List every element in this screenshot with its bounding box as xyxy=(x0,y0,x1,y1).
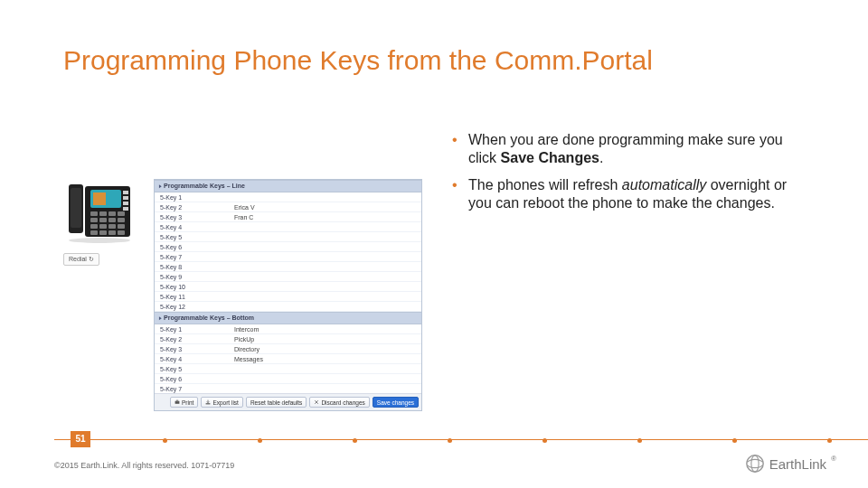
pager-dot xyxy=(163,438,167,443)
key-row[interactable]: 5-Key 8 xyxy=(155,262,421,272)
svg-rect-13 xyxy=(90,218,98,222)
key-row[interactable]: 5-Key 6 xyxy=(155,374,421,384)
redial-button[interactable]: Redial ↻ xyxy=(63,253,99,266)
pager-dot xyxy=(258,438,262,443)
key-row[interactable]: 5-Key 1 xyxy=(155,192,421,202)
reset-defaults-button[interactable]: Reset table defaults xyxy=(246,397,307,408)
pager-dot xyxy=(732,438,737,443)
svg-rect-23 xyxy=(108,230,116,235)
bullet-list: When you are done programming make sure … xyxy=(452,131,814,221)
svg-rect-5 xyxy=(123,191,128,194)
svg-rect-18 xyxy=(99,224,107,229)
key-row[interactable]: 5-Key 1Intercom xyxy=(155,324,421,334)
key-row[interactable]: 5-Key 5 xyxy=(155,364,421,374)
slide-title: Programming Phone Keys from the Comm.Por… xyxy=(63,45,653,76)
save-changes-button[interactable]: Save changes xyxy=(373,397,419,408)
key-row[interactable]: 5-Key 6 xyxy=(155,242,421,252)
discard-changes-button[interactable]: Discard changes xyxy=(309,397,369,408)
svg-rect-22 xyxy=(99,230,107,235)
key-row[interactable]: 5-Key 4Messages xyxy=(155,354,421,364)
bullet-1: When you are done programming make sure … xyxy=(452,131,814,167)
key-row[interactable]: 5-Key 4 xyxy=(155,222,421,232)
svg-rect-4 xyxy=(93,192,106,205)
key-row[interactable]: 5-Key 9 xyxy=(155,272,421,282)
svg-rect-28 xyxy=(206,403,211,404)
svg-point-25 xyxy=(69,238,130,243)
copyright: ©2015 Earth.Link. All rights reserved. 1… xyxy=(54,461,234,470)
key-row[interactable]: 5-Key 5 xyxy=(155,232,421,242)
svg-rect-9 xyxy=(90,211,98,216)
svg-point-30 xyxy=(751,455,759,472)
key-row[interactable]: 5-Key 10 xyxy=(155,282,421,292)
svg-rect-14 xyxy=(99,218,107,222)
key-row[interactable]: 5-Key 7 xyxy=(155,252,421,262)
print-button[interactable]: Print xyxy=(170,397,198,408)
key-row[interactable]: 5-Key 7 xyxy=(155,384,421,393)
svg-rect-16 xyxy=(118,218,125,222)
svg-rect-7 xyxy=(123,202,128,205)
export-button[interactable]: Export list xyxy=(201,397,243,408)
svg-rect-6 xyxy=(123,196,128,200)
section-header[interactable]: ▸Programmable Keys – Line xyxy=(155,180,421,192)
pager-dot xyxy=(542,438,547,443)
pager: 51 xyxy=(54,431,868,447)
pager-dot xyxy=(637,438,642,443)
svg-rect-20 xyxy=(118,224,125,229)
pager-dot xyxy=(353,438,357,443)
key-row[interactable]: 5-Key 11 xyxy=(155,292,421,302)
panel-action-bar: Print Export list Reset table defaults D… xyxy=(155,393,421,410)
svg-rect-24 xyxy=(118,230,125,235)
pager-dot xyxy=(448,438,452,443)
key-row[interactable]: 5-Key 3Fran C xyxy=(155,212,421,222)
key-row[interactable]: 5-Key 2Erica V xyxy=(155,202,421,212)
phone-image: Redial ↻ xyxy=(63,181,136,266)
svg-rect-12 xyxy=(118,211,125,216)
pager-dot xyxy=(827,438,832,443)
bullet-2: The phones will refresh automatically ov… xyxy=(452,176,814,212)
svg-rect-21 xyxy=(90,230,98,235)
key-row[interactable]: 5-Key 2PickUp xyxy=(155,334,421,344)
programmable-keys-panel: ▸Programmable Keys – Line5-Key 15-Key 2E… xyxy=(154,179,422,411)
key-row[interactable]: 5-Key 3Directory xyxy=(155,344,421,354)
key-row[interactable]: 5-Key 12 xyxy=(155,302,421,312)
earthlink-logo: EarthLink® xyxy=(745,454,836,474)
svg-rect-17 xyxy=(90,224,98,229)
svg-rect-10 xyxy=(99,211,107,216)
svg-rect-1 xyxy=(71,188,81,228)
svg-point-29 xyxy=(747,455,763,472)
svg-rect-15 xyxy=(108,218,116,222)
svg-rect-19 xyxy=(108,224,116,229)
svg-rect-27 xyxy=(176,400,178,402)
section-header[interactable]: ▸Programmable Keys – Bottom xyxy=(155,312,421,324)
svg-rect-11 xyxy=(108,211,116,216)
svg-rect-8 xyxy=(123,207,128,211)
